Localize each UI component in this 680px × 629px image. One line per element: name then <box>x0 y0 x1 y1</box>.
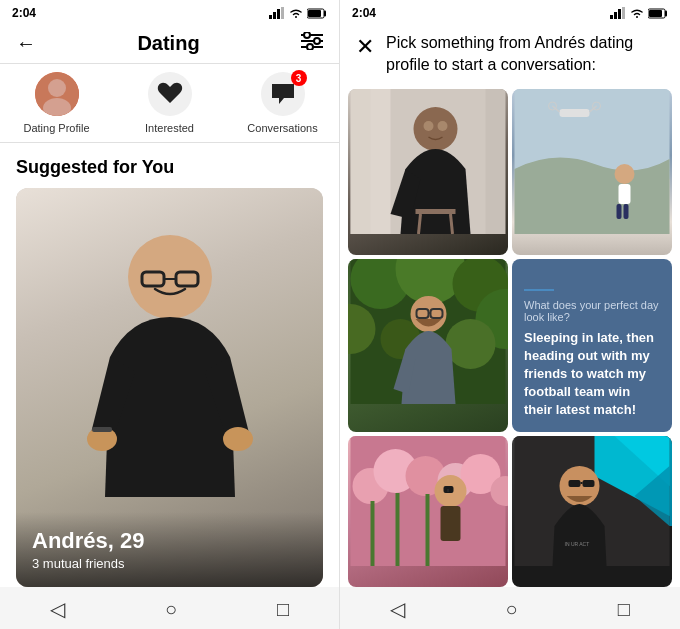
right-status-bar: 2:04 <box>340 0 680 24</box>
signal-icon <box>269 7 285 19</box>
right-battery-icon <box>648 8 668 19</box>
close-button[interactable]: ✕ <box>356 34 374 60</box>
wifi-icon <box>289 7 303 19</box>
conversations-badge: 3 <box>291 70 307 86</box>
battery-icon <box>307 8 327 19</box>
svg-point-33 <box>438 121 448 131</box>
left-header: ← Dating <box>0 24 339 64</box>
svg-rect-71 <box>441 506 461 541</box>
grid-item-2[interactable] <box>512 89 672 255</box>
right-recents-nav-icon[interactable]: □ <box>618 598 630 621</box>
tab-conversations-label: Conversations <box>247 122 317 134</box>
tab-conversations[interactable]: 3 Conversations <box>226 72 339 142</box>
nav-tabs: Dating Profile Interested 3 <box>0 64 339 143</box>
svg-line-36 <box>451 214 453 234</box>
tab-interested-label: Interested <box>145 122 194 134</box>
filter-icon <box>301 32 323 50</box>
svg-rect-69 <box>426 494 430 566</box>
photo-6: IN UR ACT <box>512 436 672 587</box>
right-header: ✕ Pick something from Andrés dating prof… <box>340 24 680 89</box>
svg-rect-34 <box>416 209 456 214</box>
right-panel: 2:04 ✕ Pick something from Andrés dating <box>340 0 680 629</box>
conversations-icon-container: 3 <box>261 72 305 116</box>
svg-rect-39 <box>560 109 590 117</box>
svg-rect-25 <box>622 7 625 19</box>
right-status-time: 2:04 <box>352 6 376 20</box>
svg-point-10 <box>314 38 320 44</box>
photo-grid: What does your perfect day look like? Sl… <box>340 89 680 587</box>
grid-item-6[interactable]: IN UR ACT <box>512 436 672 587</box>
svg-rect-67 <box>371 501 375 566</box>
svg-rect-46 <box>617 204 622 219</box>
photo-4-answer: Sleeping in late, then heading out with … <box>524 329 660 420</box>
recents-nav-icon[interactable]: □ <box>277 598 289 621</box>
tab-dating-profile[interactable]: Dating Profile <box>0 72 113 142</box>
left-bottom-nav: ◁ ○ □ <box>0 587 339 629</box>
svg-rect-47 <box>624 204 629 219</box>
svg-point-20 <box>223 427 253 451</box>
profile-info-overlay: Andrés, 29 3 mutual friends <box>16 512 323 587</box>
svg-rect-3 <box>281 7 284 19</box>
left-panel: 2:04 ← Dating <box>0 0 340 629</box>
avatar-icon <box>35 72 79 116</box>
chat-icon-bg: 3 <box>261 72 305 116</box>
heart-icon-bg <box>148 72 192 116</box>
person-silhouette <box>70 217 270 537</box>
left-status-bar: 2:04 <box>0 0 339 24</box>
profile-mutual-friends: 3 mutual friends <box>32 556 307 571</box>
svg-rect-22 <box>610 15 613 19</box>
grid-item-5[interactable] <box>348 436 508 587</box>
back-nav-icon[interactable]: ◁ <box>50 597 65 621</box>
svg-rect-21 <box>92 427 112 432</box>
photo-3 <box>348 259 508 431</box>
photo-4-question: What does your perfect day look like? <box>524 299 660 323</box>
right-bottom-nav: ◁ ○ □ <box>340 587 680 629</box>
right-status-icons <box>610 7 668 19</box>
svg-point-11 <box>307 44 313 50</box>
svg-rect-2 <box>277 9 280 19</box>
dating-profile-icon <box>35 72 79 116</box>
grid-item-4[interactable]: What does your perfect day look like? Sl… <box>512 259 672 431</box>
filter-button[interactable] <box>301 32 323 55</box>
svg-point-32 <box>424 121 434 131</box>
home-nav-icon[interactable]: ○ <box>165 598 177 621</box>
svg-rect-68 <box>396 493 400 566</box>
photo-1 <box>348 89 508 255</box>
back-button[interactable]: ← <box>16 32 36 55</box>
chat-icon <box>270 82 296 106</box>
svg-rect-80 <box>583 480 595 487</box>
svg-point-44 <box>615 164 635 184</box>
photo-5 <box>348 436 508 587</box>
header-title: Dating <box>137 32 199 55</box>
svg-point-13 <box>48 79 66 97</box>
right-back-nav-icon[interactable]: ◁ <box>390 597 405 621</box>
left-status-time: 2:04 <box>12 6 36 20</box>
grid-item-1[interactable] <box>348 89 508 255</box>
photo-2 <box>512 89 672 255</box>
svg-point-31 <box>414 107 458 151</box>
svg-rect-0 <box>269 15 272 19</box>
section-title: Suggested for You <box>0 143 339 188</box>
left-status-icons <box>269 7 327 19</box>
svg-line-35 <box>419 214 421 234</box>
svg-rect-5 <box>308 10 321 17</box>
svg-point-55 <box>446 319 496 369</box>
right-wifi-icon <box>630 7 644 19</box>
grid-item-3[interactable] <box>348 259 508 431</box>
tab-dating-profile-label: Dating Profile <box>23 122 89 134</box>
heart-icon <box>157 82 183 106</box>
profile-name: Andrés, 29 <box>32 528 307 554</box>
right-header-text: Pick something from Andrés dating profil… <box>386 32 664 77</box>
svg-rect-73 <box>448 489 449 492</box>
svg-rect-27 <box>649 10 662 17</box>
interested-icon-container <box>148 72 192 116</box>
svg-rect-24 <box>618 9 621 19</box>
svg-rect-23 <box>614 12 617 19</box>
svg-point-9 <box>304 32 310 38</box>
svg-rect-1 <box>273 12 276 19</box>
right-home-nav-icon[interactable]: ○ <box>505 598 517 621</box>
profile-card[interactable]: Andrés, 29 3 mutual friends <box>16 188 323 587</box>
svg-rect-45 <box>619 184 631 204</box>
tab-interested[interactable]: Interested <box>113 72 226 142</box>
svg-rect-79 <box>569 480 581 487</box>
